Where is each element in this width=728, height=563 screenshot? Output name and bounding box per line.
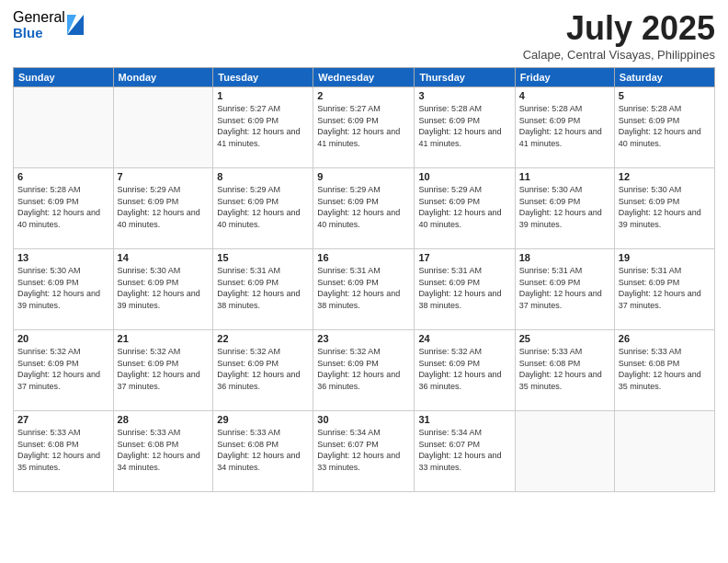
day-number: 26: [619, 333, 711, 344]
table-row: 6Sunrise: 5:28 AM Sunset: 6:09 PM Daylig…: [14, 168, 114, 249]
calendar-week-3: 13Sunrise: 5:30 AM Sunset: 6:09 PM Dayli…: [14, 249, 715, 330]
table-row: 17Sunrise: 5:31 AM Sunset: 6:09 PM Dayli…: [415, 249, 515, 330]
calendar-week-5: 27Sunrise: 5:33 AM Sunset: 6:08 PM Dayli…: [14, 411, 715, 492]
day-number: 9: [317, 171, 410, 182]
page: General Blue July 2025 Calape, Central V…: [0, 0, 728, 563]
day-info: Sunrise: 5:29 AM Sunset: 6:09 PM Dayligh…: [118, 184, 210, 230]
table-row: [14, 87, 114, 168]
table-row: 25Sunrise: 5:33 AM Sunset: 6:08 PM Dayli…: [515, 330, 614, 411]
col-tuesday: Tuesday: [213, 68, 313, 87]
table-row: [113, 87, 213, 168]
calendar-week-1: 1Sunrise: 5:27 AM Sunset: 6:09 PM Daylig…: [14, 87, 715, 168]
day-info: Sunrise: 5:33 AM Sunset: 6:08 PM Dayligh…: [619, 346, 711, 392]
col-sunday: Sunday: [14, 68, 114, 87]
table-row: 7Sunrise: 5:29 AM Sunset: 6:09 PM Daylig…: [113, 168, 213, 249]
day-info: Sunrise: 5:31 AM Sunset: 6:09 PM Dayligh…: [317, 265, 410, 311]
day-info: Sunrise: 5:30 AM Sunset: 6:09 PM Dayligh…: [17, 265, 109, 311]
day-number: 21: [118, 333, 210, 344]
table-row: 9Sunrise: 5:29 AM Sunset: 6:09 PM Daylig…: [313, 168, 415, 249]
day-number: 11: [519, 171, 610, 182]
day-info: Sunrise: 5:30 AM Sunset: 6:09 PM Dayligh…: [519, 184, 610, 230]
day-info: Sunrise: 5:30 AM Sunset: 6:09 PM Dayligh…: [118, 265, 210, 311]
day-info: Sunrise: 5:32 AM Sunset: 6:09 PM Dayligh…: [17, 346, 109, 392]
day-info: Sunrise: 5:30 AM Sunset: 6:09 PM Dayligh…: [619, 184, 711, 230]
day-info: Sunrise: 5:34 AM Sunset: 6:07 PM Dayligh…: [317, 427, 410, 473]
col-thursday: Thursday: [415, 68, 515, 87]
day-info: Sunrise: 5:33 AM Sunset: 6:08 PM Dayligh…: [519, 346, 610, 392]
table-row: 16Sunrise: 5:31 AM Sunset: 6:09 PM Dayli…: [313, 249, 415, 330]
header: General Blue July 2025 Calape, Central V…: [13, 9, 715, 62]
day-number: 6: [17, 171, 109, 182]
logo-text: General Blue: [13, 9, 65, 40]
day-info: Sunrise: 5:31 AM Sunset: 6:09 PM Dayligh…: [519, 265, 610, 311]
day-info: Sunrise: 5:27 AM Sunset: 6:09 PM Dayligh…: [317, 103, 410, 149]
day-info: Sunrise: 5:32 AM Sunset: 6:09 PM Dayligh…: [418, 346, 510, 392]
day-info: Sunrise: 5:29 AM Sunset: 6:09 PM Dayligh…: [317, 184, 410, 230]
table-row: 10Sunrise: 5:29 AM Sunset: 6:09 PM Dayli…: [415, 168, 515, 249]
col-wednesday: Wednesday: [313, 68, 415, 87]
table-row: 28Sunrise: 5:33 AM Sunset: 6:08 PM Dayli…: [113, 411, 213, 492]
table-row: 4Sunrise: 5:28 AM Sunset: 6:09 PM Daylig…: [515, 87, 614, 168]
day-number: 23: [317, 333, 410, 344]
table-row: 21Sunrise: 5:32 AM Sunset: 6:09 PM Dayli…: [113, 330, 213, 411]
day-info: Sunrise: 5:31 AM Sunset: 6:09 PM Dayligh…: [418, 265, 510, 311]
header-row: Sunday Monday Tuesday Wednesday Thursday…: [14, 68, 715, 87]
day-number: 15: [217, 252, 309, 263]
table-row: 11Sunrise: 5:30 AM Sunset: 6:09 PM Dayli…: [515, 168, 614, 249]
day-info: Sunrise: 5:33 AM Sunset: 6:08 PM Dayligh…: [118, 427, 210, 473]
day-info: Sunrise: 5:28 AM Sunset: 6:09 PM Dayligh…: [17, 184, 109, 230]
table-row: 18Sunrise: 5:31 AM Sunset: 6:09 PM Dayli…: [515, 249, 614, 330]
day-number: 17: [418, 252, 510, 263]
col-friday: Friday: [515, 68, 614, 87]
table-row: 1Sunrise: 5:27 AM Sunset: 6:09 PM Daylig…: [213, 87, 313, 168]
day-number: 2: [317, 90, 410, 101]
table-row: 13Sunrise: 5:30 AM Sunset: 6:09 PM Dayli…: [14, 249, 114, 330]
table-row: 24Sunrise: 5:32 AM Sunset: 6:09 PM Dayli…: [415, 330, 515, 411]
month-title: July 2025: [523, 9, 715, 48]
col-monday: Monday: [113, 68, 213, 87]
day-number: 8: [217, 171, 309, 182]
day-number: 30: [317, 414, 410, 425]
day-number: 29: [217, 414, 309, 425]
day-number: 20: [17, 333, 109, 344]
day-number: 12: [619, 171, 711, 182]
calendar-week-4: 20Sunrise: 5:32 AM Sunset: 6:09 PM Dayli…: [14, 330, 715, 411]
day-number: 31: [418, 414, 510, 425]
day-number: 10: [418, 171, 510, 182]
day-number: 16: [317, 252, 410, 263]
table-row: 26Sunrise: 5:33 AM Sunset: 6:08 PM Dayli…: [614, 330, 714, 411]
day-info: Sunrise: 5:28 AM Sunset: 6:09 PM Dayligh…: [619, 103, 711, 149]
day-info: Sunrise: 5:31 AM Sunset: 6:09 PM Dayligh…: [619, 265, 711, 311]
day-info: Sunrise: 5:32 AM Sunset: 6:09 PM Dayligh…: [217, 346, 309, 392]
day-info: Sunrise: 5:33 AM Sunset: 6:08 PM Dayligh…: [217, 427, 309, 473]
day-number: 28: [118, 414, 210, 425]
logo-blue: Blue: [13, 26, 65, 41]
day-number: 24: [418, 333, 510, 344]
day-number: 14: [118, 252, 210, 263]
logo: General Blue: [13, 9, 84, 40]
table-row: 22Sunrise: 5:32 AM Sunset: 6:09 PM Dayli…: [213, 330, 313, 411]
table-row: 14Sunrise: 5:30 AM Sunset: 6:09 PM Dayli…: [113, 249, 213, 330]
title-section: July 2025 Calape, Central Visayas, Phili…: [523, 9, 715, 62]
day-number: 13: [17, 252, 109, 263]
day-info: Sunrise: 5:32 AM Sunset: 6:09 PM Dayligh…: [317, 346, 410, 392]
day-info: Sunrise: 5:28 AM Sunset: 6:09 PM Dayligh…: [418, 103, 510, 149]
day-info: Sunrise: 5:29 AM Sunset: 6:09 PM Dayligh…: [418, 184, 510, 230]
day-number: 3: [418, 90, 510, 101]
day-info: Sunrise: 5:31 AM Sunset: 6:09 PM Dayligh…: [217, 265, 309, 311]
table-row: 2Sunrise: 5:27 AM Sunset: 6:09 PM Daylig…: [313, 87, 415, 168]
table-row: 29Sunrise: 5:33 AM Sunset: 6:08 PM Dayli…: [213, 411, 313, 492]
day-info: Sunrise: 5:29 AM Sunset: 6:09 PM Dayligh…: [217, 184, 309, 230]
table-row: 15Sunrise: 5:31 AM Sunset: 6:09 PM Dayli…: [213, 249, 313, 330]
day-number: 27: [17, 414, 109, 425]
table-row: 23Sunrise: 5:32 AM Sunset: 6:09 PM Dayli…: [313, 330, 415, 411]
day-info: Sunrise: 5:28 AM Sunset: 6:09 PM Dayligh…: [519, 103, 610, 149]
day-info: Sunrise: 5:27 AM Sunset: 6:09 PM Dayligh…: [217, 103, 309, 149]
day-info: Sunrise: 5:34 AM Sunset: 6:07 PM Dayligh…: [418, 427, 510, 473]
table-row: 5Sunrise: 5:28 AM Sunset: 6:09 PM Daylig…: [614, 87, 714, 168]
table-row: 12Sunrise: 5:30 AM Sunset: 6:09 PM Dayli…: [614, 168, 714, 249]
table-row: 20Sunrise: 5:32 AM Sunset: 6:09 PM Dayli…: [14, 330, 114, 411]
table-row: 3Sunrise: 5:28 AM Sunset: 6:09 PM Daylig…: [415, 87, 515, 168]
calendar-week-2: 6Sunrise: 5:28 AM Sunset: 6:09 PM Daylig…: [14, 168, 715, 249]
col-saturday: Saturday: [614, 68, 714, 87]
